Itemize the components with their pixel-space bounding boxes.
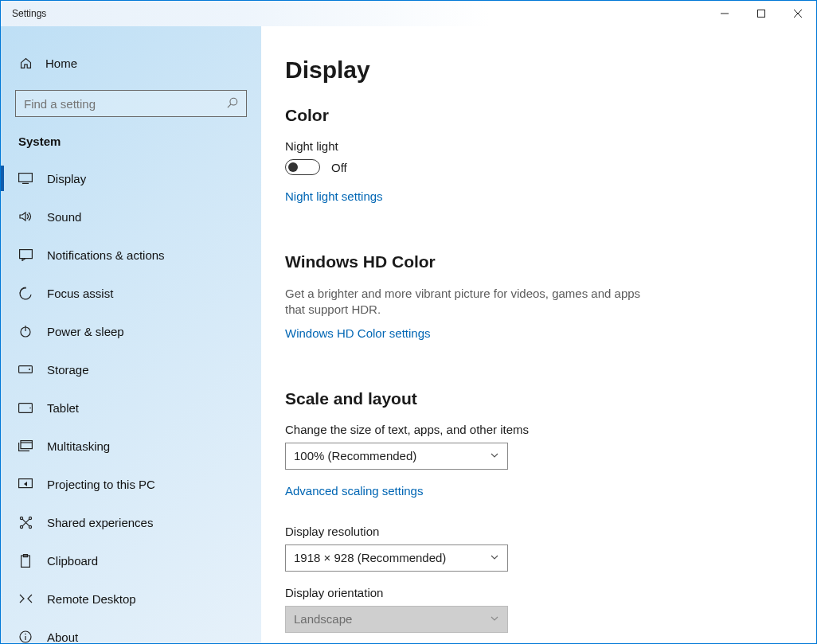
toggle-knob (288, 162, 298, 172)
sidebar-item-label: Projecting to this PC (47, 478, 155, 491)
close-button[interactable] (780, 1, 816, 26)
resolution-select-value: 1918 × 928 (Recommended) (294, 551, 446, 564)
settings-window: Settings Home (0, 0, 817, 644)
home-label: Home (45, 57, 77, 70)
search-input[interactable] (24, 97, 215, 111)
multitasking-icon (18, 439, 33, 453)
window-title: Settings (1, 8, 46, 19)
sidebar-item-label: Focus assist (47, 287, 113, 300)
tablet-icon (18, 400, 33, 415)
shared-experiences-icon (18, 515, 33, 529)
search-wrap (1, 79, 261, 125)
about-icon (18, 630, 33, 643)
sidebar-item-notifications[interactable]: Notifications & actions (1, 236, 261, 274)
svg-point-20 (20, 525, 22, 528)
sidebar-item-label: Shared experiences (47, 516, 153, 529)
sidebar-item-display[interactable]: Display (1, 159, 261, 197)
window-body: Home System Display Sound (1, 26, 816, 643)
svg-point-19 (29, 517, 31, 519)
search-box[interactable] (15, 90, 247, 117)
scale-select[interactable]: 100% (Recommended) (285, 443, 508, 470)
svg-point-12 (29, 369, 30, 370)
sidebar-item-tablet[interactable]: Tablet (1, 388, 261, 427)
night-light-toggle-row: Off (285, 159, 792, 175)
sidebar-item-label: Notifications & actions (47, 248, 165, 262)
storage-icon (18, 362, 33, 377)
titlebar[interactable]: Settings (1, 1, 816, 26)
remote-desktop-icon (18, 591, 33, 606)
scale-select-value: 100% (Recommended) (294, 449, 416, 463)
minimize-icon (721, 10, 729, 18)
sidebar-category: System (1, 125, 261, 159)
advanced-scaling-link[interactable]: Advanced scaling settings (285, 484, 423, 498)
sidebar-item-label: Remote Desktop (47, 592, 136, 606)
content-area: Display Color Night light Off Night ligh… (261, 26, 816, 643)
sidebar: Home System Display Sound (1, 26, 261, 643)
svg-line-5 (228, 104, 231, 107)
sidebar-item-label: About (47, 630, 78, 644)
sidebar-item-label: Sound (47, 210, 81, 224)
svg-point-14 (29, 407, 31, 408)
svg-point-18 (20, 517, 22, 519)
projecting-icon (18, 477, 33, 491)
close-icon (794, 10, 802, 18)
page-title: Display (285, 57, 792, 84)
svg-rect-15 (21, 441, 32, 449)
hd-color-settings-link[interactable]: Windows HD Color settings (285, 326, 431, 340)
svg-rect-1 (758, 10, 765, 18)
sidebar-item-label: Storage (47, 363, 89, 377)
sound-icon (18, 209, 33, 224)
chevron-down-icon (490, 612, 499, 626)
sidebar-item-focus-assist[interactable]: Focus assist (1, 274, 261, 312)
maximize-icon (757, 10, 765, 18)
svg-rect-6 (19, 174, 33, 182)
home-button[interactable]: Home (1, 47, 261, 79)
section-hd-heading: Windows HD Color (285, 252, 792, 271)
power-icon (18, 324, 33, 338)
sidebar-nav: Display Sound Notifications & actions Fo… (1, 159, 261, 643)
svg-point-21 (29, 525, 31, 528)
sidebar-item-about[interactable]: About (1, 618, 261, 643)
search-icon (227, 97, 238, 111)
minimize-button[interactable] (706, 1, 743, 26)
night-light-toggle[interactable] (285, 159, 320, 175)
sidebar-item-label: Multitasking (47, 439, 110, 453)
sidebar-item-storage[interactable]: Storage (1, 350, 261, 388)
notifications-icon (18, 248, 33, 262)
orientation-select-value: Landscape (294, 612, 352, 626)
clipboard-icon (18, 553, 33, 568)
section-scale-heading: Scale and layout (285, 389, 792, 408)
sidebar-item-sound[interactable]: Sound (1, 197, 261, 236)
sidebar-item-label: Clipboard (47, 554, 98, 568)
sidebar-item-clipboard[interactable]: Clipboard (1, 541, 261, 580)
sidebar-item-label: Tablet (47, 401, 79, 415)
svg-rect-8 (19, 249, 32, 258)
scale-label: Change the size of text, apps, and other… (285, 423, 792, 436)
sidebar-item-label: Display (47, 172, 86, 185)
chevron-down-icon (490, 551, 499, 564)
orientation-select: Landscape (285, 606, 508, 633)
sidebar-item-power-sleep[interactable]: Power & sleep (1, 312, 261, 350)
hd-description: Get a brighter and more vibrant picture … (285, 286, 651, 318)
display-icon (18, 171, 33, 185)
focus-assist-icon (18, 286, 33, 300)
maximize-button[interactable] (743, 1, 780, 26)
sidebar-item-projecting[interactable]: Projecting to this PC (1, 465, 261, 503)
resolution-select[interactable]: 1918 × 928 (Recommended) (285, 544, 508, 572)
chevron-down-icon (490, 449, 499, 463)
night-light-settings-link[interactable]: Night light settings (285, 189, 383, 203)
section-color-heading: Color (285, 106, 792, 125)
orientation-label: Display orientation (285, 586, 792, 599)
sidebar-item-label: Power & sleep (47, 325, 124, 338)
sidebar-item-shared-experiences[interactable]: Shared experiences (1, 503, 261, 541)
svg-point-4 (230, 98, 237, 105)
window-controls (706, 1, 816, 26)
sidebar-item-remote-desktop[interactable]: Remote Desktop (1, 580, 261, 618)
resolution-label: Display resolution (285, 525, 792, 538)
night-light-label: Night light (285, 139, 792, 153)
night-light-state: Off (331, 161, 347, 174)
sidebar-item-multitasking[interactable]: Multitasking (1, 427, 261, 465)
svg-point-26 (25, 634, 26, 635)
home-icon (18, 57, 33, 70)
